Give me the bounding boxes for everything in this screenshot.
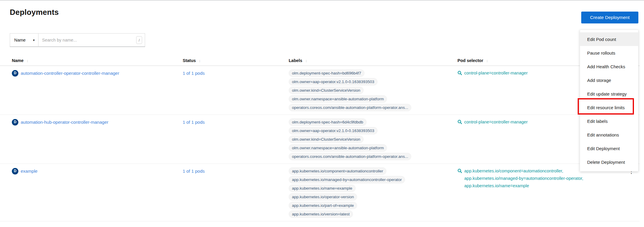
sort-icon[interactable]: ↕: [27, 58, 29, 63]
table-header-row: Name ↕ Status ↕ Labels ↕ Pod selector ↕: [0, 56, 640, 66]
menu-item-edit-resource-limits[interactable]: Edit resource limits: [580, 101, 638, 114]
menu-item-delete-deployment[interactable]: Delete Deployment: [580, 155, 638, 169]
pods-status-link[interactable]: 1 of 1 pods: [183, 169, 205, 174]
label-pill[interactable]: olm.owner.kind=ClusterServiceVersion: [289, 136, 364, 143]
deployment-name-link[interactable]: automation-controller-operator-controlle…: [21, 69, 119, 77]
column-header-status[interactable]: Status ↕: [183, 58, 289, 63]
pod-selector-link[interactable]: control-plane=controller-manager: [464, 69, 528, 77]
status-cell: 1 of 1 pods: [183, 167, 289, 175]
filter-type-dropdown[interactable]: Name ▾: [10, 33, 38, 47]
sort-icon[interactable]: ↕: [305, 58, 307, 63]
deployment-name-link[interactable]: automation-hub-operator-controller-manag…: [21, 118, 108, 126]
table-row: D automation-controller-operator-control…: [0, 66, 640, 115]
menu-item-edit-annotations[interactable]: Edit annotations: [580, 128, 638, 142]
labels-cell: app.kubernetes.io/component=automationco…: [289, 167, 457, 218]
label-pill[interactable]: app.kubernetes.io/operator-version: [289, 193, 357, 201]
menu-item-pause-rollouts[interactable]: Pause rollouts: [580, 46, 638, 60]
menu-item-edit-labels[interactable]: Edit labels: [580, 114, 638, 128]
deployment-name-link[interactable]: example: [21, 167, 38, 175]
create-deployment-button[interactable]: Create Deployment: [581, 12, 638, 23]
name-cell: D example: [12, 167, 183, 175]
label-pill[interactable]: app.kubernetes.io/version=latest: [289, 210, 353, 218]
deployments-table: Name ↕ Status ↕ Labels ↕ Pod selector ↕ …: [0, 56, 640, 221]
actions-dropdown-menu: Edit Pod count Pause rollouts Add Health…: [580, 30, 638, 172]
search-input[interactable]: [38, 33, 145, 47]
name-cell: D automation-hub-operator-controller-man…: [12, 118, 183, 126]
label-pill[interactable]: app.kubernetes.io/component=automationco…: [289, 167, 386, 175]
menu-item-add-storage[interactable]: Add storage: [580, 73, 638, 87]
keyboard-shortcut-hint: /: [136, 36, 142, 44]
label-pill[interactable]: olm.deployment-spec-hash=bd696b4f7: [289, 69, 364, 77]
menu-item-edit-pod-count[interactable]: Edit Pod count: [580, 32, 638, 46]
filter-type-label: Name: [14, 38, 26, 42]
top-divider: [0, 0, 644, 1]
table-row: D example 1 of 1 pods app.kubernetes.io/…: [0, 164, 640, 221]
search-icon: [457, 71, 462, 75]
pod-selector-link[interactable]: control-plane=controller-manager: [464, 118, 528, 126]
menu-item-edit-deployment[interactable]: Edit Deployment: [580, 142, 638, 155]
label-pill[interactable]: app.kubernetes.io/name=example: [289, 185, 356, 192]
label-pill[interactable]: olm.owner=aap-operator.v2.1.0-0.16383935…: [289, 127, 378, 134]
table-row: D automation-hub-operator-controller-man…: [0, 115, 640, 164]
filter-toolbar: Name ▾ /: [10, 33, 145, 47]
deployment-kind-badge: D: [12, 70, 18, 77]
deployment-kind-badge: D: [12, 119, 18, 126]
pods-status-link[interactable]: 1 of 1 pods: [183, 71, 205, 76]
menu-item-add-health-checks[interactable]: Add Health Checks: [580, 60, 638, 73]
pods-status-link[interactable]: 1 of 1 pods: [183, 120, 205, 125]
pod-selector-link[interactable]: app.kubernetes.io/component=automationco…: [464, 167, 583, 190]
deployment-kind-badge: D: [12, 168, 18, 174]
status-cell: 1 of 1 pods: [183, 69, 289, 77]
label-pill[interactable]: olm.deployment-spec-hash=6d4c9fdbdb: [289, 118, 367, 126]
label-pill[interactable]: olm.owner.namespace=ansible-automation-p…: [289, 95, 387, 103]
column-header-name[interactable]: Name ↕: [12, 58, 183, 63]
menu-item-edit-update-strategy[interactable]: Edit update strategy: [580, 87, 638, 101]
labels-cell: olm.deployment-spec-hash=6d4c9fdbdb olm.…: [289, 118, 457, 160]
sort-icon[interactable]: ↕: [486, 58, 488, 63]
label-pill[interactable]: olm.owner=aap-operator.v2.1.0-0.16383935…: [289, 78, 378, 85]
sort-icon[interactable]: ↕: [199, 58, 201, 63]
deployments-page: Deployments Create Deployment Name ▾ / N…: [0, 0, 644, 227]
search-icon: [457, 120, 462, 124]
column-header-labels[interactable]: Labels ↕: [289, 58, 457, 63]
name-cell: D automation-controller-operator-control…: [12, 69, 183, 77]
label-pill[interactable]: app.kubernetes.io/managed-by=automationc…: [289, 176, 405, 183]
labels-cell: olm.deployment-spec-hash=bd696b4f7 olm.o…: [289, 69, 457, 111]
chevron-down-icon: ▾: [33, 38, 35, 42]
label-pill[interactable]: operators.coreos.com/ansible-automation-…: [289, 104, 411, 111]
page-title: Deployments: [10, 8, 59, 17]
search-wrap: /: [38, 33, 145, 47]
search-icon: [457, 169, 462, 173]
label-pill[interactable]: operators.coreos.com/ansible-automation-…: [289, 153, 411, 160]
label-pill[interactable]: app.kubernetes.io/part-of=example: [289, 202, 357, 209]
label-pill[interactable]: olm.owner.namespace=ansible-automation-p…: [289, 144, 387, 152]
status-cell: 1 of 1 pods: [183, 118, 289, 126]
label-pill[interactable]: olm.owner.kind=ClusterServiceVersion: [289, 87, 364, 94]
